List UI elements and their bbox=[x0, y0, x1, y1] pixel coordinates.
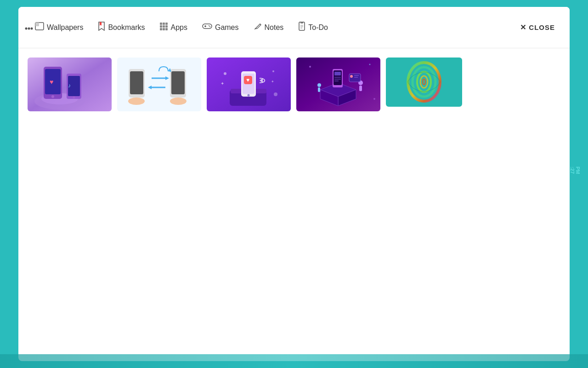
nav-label-apps: Apps bbox=[170, 23, 187, 32]
svg-point-55 bbox=[272, 70, 274, 72]
svg-point-56 bbox=[274, 92, 277, 96]
svg-point-79 bbox=[373, 98, 375, 100]
close-x-icon: ✕ bbox=[520, 23, 526, 32]
nav-item-todo[interactable]: To-Do bbox=[291, 18, 335, 37]
clock-time: PM bbox=[575, 167, 581, 174]
svg-point-17 bbox=[209, 25, 209, 26]
nav-label-bookmarks: Bookmarks bbox=[108, 23, 145, 32]
svg-rect-7 bbox=[165, 23, 168, 25]
svg-point-77 bbox=[309, 66, 311, 68]
nav-label-games: Games bbox=[215, 23, 239, 32]
svg-rect-65 bbox=[334, 72, 341, 75]
todo-icon bbox=[298, 22, 305, 33]
content-area: ♥ ♪ bbox=[18, 48, 570, 121]
wallpaper-card-4[interactable] bbox=[296, 58, 380, 111]
svg-point-43 bbox=[170, 98, 187, 105]
main-panel: Wallpapers Bookmarks bbox=[18, 7, 570, 361]
nav-label-wallpapers: Wallpapers bbox=[47, 23, 83, 32]
nav-item-apps[interactable]: Apps bbox=[152, 18, 194, 36]
svg-point-71 bbox=[317, 83, 321, 87]
wallpaper-card-5[interactable] bbox=[386, 58, 462, 107]
svg-point-78 bbox=[369, 64, 371, 65]
nav-label-todo: To-Do bbox=[308, 23, 328, 32]
svg-rect-5 bbox=[160, 23, 162, 25]
svg-text:✦: ✦ bbox=[220, 81, 224, 86]
svg-point-50 bbox=[248, 94, 250, 97]
svg-text:♥: ♥ bbox=[246, 77, 249, 83]
svg-rect-20 bbox=[299, 22, 305, 30]
svg-rect-9 bbox=[163, 25, 165, 28]
svg-point-29 bbox=[51, 95, 54, 98]
dots-menu-button[interactable] bbox=[22, 22, 36, 35]
svg-rect-70 bbox=[359, 86, 362, 91]
svg-line-19 bbox=[260, 24, 261, 25]
nav-item-wallpapers[interactable]: Wallpapers bbox=[28, 18, 90, 36]
svg-rect-6 bbox=[163, 23, 165, 25]
svg-point-18 bbox=[209, 26, 210, 27]
svg-rect-10 bbox=[165, 25, 168, 28]
nav-item-notes[interactable]: Notes bbox=[246, 18, 291, 36]
svg-point-2 bbox=[31, 28, 33, 30]
svg-rect-12 bbox=[163, 28, 165, 30]
wallpaper-card-1[interactable]: ♥ ♪ bbox=[28, 58, 112, 111]
bottom-decoration bbox=[0, 354, 588, 368]
svg-rect-14 bbox=[203, 24, 212, 29]
clock-display: PM :27 bbox=[570, 0, 588, 368]
close-button[interactable]: ✕ CLOSE bbox=[514, 19, 560, 35]
svg-point-74 bbox=[350, 75, 353, 78]
nav-item-bookmarks[interactable]: Bookmarks bbox=[90, 18, 152, 37]
notes-icon bbox=[254, 22, 262, 33]
wallpaper-card-3[interactable]: ♥ ✦ ✦ bbox=[207, 58, 291, 111]
svg-rect-41 bbox=[171, 71, 185, 94]
apps-icon bbox=[159, 22, 168, 33]
svg-rect-80 bbox=[386, 58, 462, 107]
nav-label-notes: Notes bbox=[265, 23, 284, 32]
svg-text:♪: ♪ bbox=[68, 82, 71, 89]
svg-rect-37 bbox=[130, 71, 143, 94]
bookmarks-icon bbox=[98, 22, 105, 33]
svg-point-32 bbox=[73, 97, 75, 99]
close-label: CLOSE bbox=[529, 23, 555, 31]
svg-rect-4 bbox=[35, 23, 39, 26]
svg-point-42 bbox=[128, 98, 145, 105]
svg-rect-8 bbox=[160, 25, 162, 28]
svg-point-54 bbox=[224, 72, 226, 75]
nav-item-games[interactable]: Games bbox=[195, 19, 246, 36]
svg-rect-72 bbox=[318, 87, 320, 92]
svg-text:✦: ✦ bbox=[271, 80, 274, 84]
svg-rect-11 bbox=[160, 28, 162, 30]
games-icon bbox=[202, 23, 212, 32]
svg-rect-13 bbox=[165, 28, 168, 30]
svg-text:♥: ♥ bbox=[50, 78, 53, 86]
nav-bar: Wallpapers Bookmarks bbox=[18, 7, 570, 48]
svg-point-1 bbox=[28, 28, 30, 30]
wallpapers-icon bbox=[35, 22, 44, 33]
svg-point-0 bbox=[25, 28, 28, 30]
wallpaper-card-2[interactable] bbox=[117, 58, 201, 111]
svg-rect-73 bbox=[349, 74, 361, 82]
clock-minutes: :27 bbox=[570, 167, 575, 174]
